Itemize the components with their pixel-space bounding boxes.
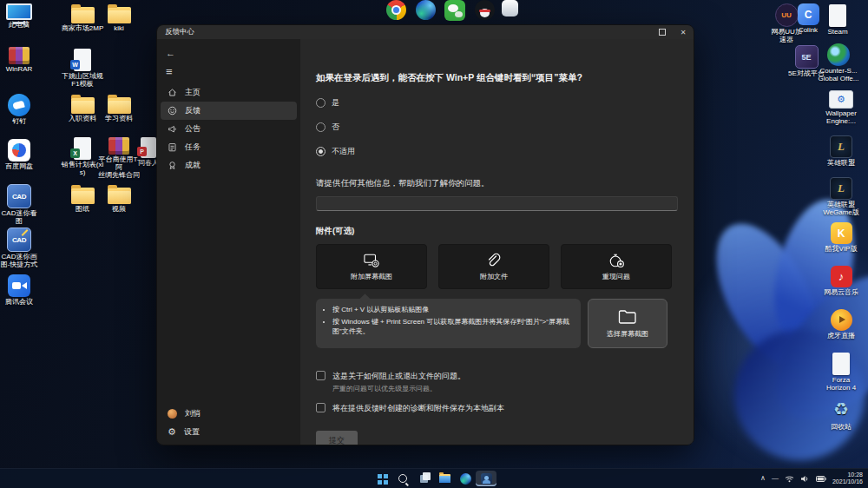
desktop-icon-label: Steam: [827, 28, 847, 36]
search-button[interactable]: [392, 471, 413, 486]
desktop-icon-label: 学习资料: [105, 115, 133, 122]
sidebar-item-announcements[interactable]: 公告: [161, 120, 297, 138]
desktop-icon-netease-music[interactable]: ♪ 网易云音乐: [818, 266, 865, 296]
attach-screenshot-button[interactable]: 附加屏幕截图: [316, 244, 427, 289]
trophy-icon: [168, 161, 177, 170]
desktop-icon-lol[interactable]: L 英雄联盟: [818, 135, 865, 167]
ime-indicator[interactable]: —: [772, 475, 779, 482]
desktop-icon-this-pc[interactable]: 此电脑: [0, 3, 43, 29]
desktop-icon-baidu-netdisk[interactable]: 百度网盘: [0, 139, 43, 170]
radio-icon[interactable]: [316, 98, 326, 108]
desktop-icon-folder-shipin[interactable]: 视频: [95, 184, 142, 213]
checkbox-icon[interactable]: [316, 371, 326, 380]
desktop-icon-tencent-meeting[interactable]: 腾讯会议: [0, 274, 43, 306]
task-view-icon: [420, 475, 428, 483]
back-icon[interactable]: ←: [166, 48, 300, 58]
volume-icon[interactable]: [800, 475, 810, 483]
clock-date: 2021/10/16: [832, 478, 863, 485]
details-input[interactable]: [316, 196, 678, 211]
desktop-icon-word-doc[interactable]: W 下姚山区域规 F1模板: [59, 49, 106, 88]
desktop-icon-label: Forza Horizon 4: [826, 376, 856, 392]
window-titlebar[interactable]: 反馈中心 ✕: [157, 25, 694, 39]
sidebar-item-quests[interactable]: 任务: [161, 138, 297, 156]
clock-time: 10:28: [832, 472, 863, 478]
desktop-icon-cad-draw[interactable]: CAD CAD迷你画 图-快捷方式: [0, 228, 43, 268]
checkbox-blocking-issue[interactable]: 这是关于如何阻止或退出文件的问题。 严重的问题可以优先级显示问题。: [316, 371, 678, 393]
windows-logo-icon: [378, 474, 382, 478]
start-button[interactable]: [372, 471, 392, 486]
maximize-button[interactable]: [652, 25, 673, 39]
battery-icon[interactable]: [816, 476, 826, 482]
menu-icon[interactable]: ≡: [166, 65, 300, 78]
desktop-icon-label: 腾讯会议: [5, 298, 33, 306]
checklist-icon: [168, 142, 177, 152]
feedback-smiley-icon: [168, 106, 177, 115]
desktop-icon-huya-live[interactable]: 虎牙直播: [818, 309, 865, 340]
sidebar-profile[interactable]: 刘悄: [161, 405, 297, 423]
desktop-icon-glyph: ⚙: [829, 90, 853, 109]
checkbox-subtext: 严重的问题可以优先级显示问题。: [332, 384, 465, 393]
file-explorer-button[interactable]: [434, 471, 455, 486]
wifi-icon[interactable]: [785, 475, 794, 483]
desktop-icon-glyph: [108, 188, 131, 204]
window-title: 反馈中心: [157, 27, 652, 37]
desktop-icon-label: Wallpaper Engine:...: [825, 109, 857, 125]
record-timer-icon: [608, 253, 625, 268]
maximize-icon: [659, 29, 666, 36]
desktop-icon-forza-horizon-4[interactable]: Forza Horizon 4: [818, 353, 865, 392]
radio-option-na[interactable]: 不适用: [316, 146, 678, 157]
radio-icon-selected[interactable]: [316, 147, 326, 156]
desktop-icon-glyph: [831, 309, 852, 331]
clock[interactable]: 10:28 2021/10/16: [832, 472, 863, 485]
taskbar: ∧ — 10:28 2021/10/16: [0, 468, 868, 488]
submit-button[interactable]: 提交: [316, 431, 358, 445]
desktop-icon-cad-viewer[interactable]: CAD CAD迷你看 图: [0, 184, 43, 225]
desktop-icon-glyph: K: [831, 222, 852, 244]
desktop-icon-label: 虎牙直播: [827, 332, 855, 340]
desktop-icon-folder-kiki[interactable]: kiki: [95, 3, 142, 32]
desktop-icon-glyph: [832, 353, 850, 375]
edge-button[interactable]: [455, 471, 476, 486]
sidebar-item-feedback[interactable]: 反馈: [161, 102, 297, 120]
desktop-icon-tim[interactable]: [486, 0, 533, 17]
desktop-icon-glyph: [8, 274, 30, 297]
sidebar-item-achievements[interactable]: 成就: [161, 156, 297, 175]
recreate-problem-button[interactable]: 重现问题: [561, 244, 672, 289]
edge-icon: [460, 473, 471, 485]
desktop-icon-label: 钉钉: [12, 117, 26, 125]
radio-icon[interactable]: [316, 122, 326, 132]
sidebar-item-settings[interactable]: ⚙ 设置: [161, 423, 297, 441]
desktop-icon-folder-xuexi[interactable]: 学习资料: [95, 94, 142, 122]
feedback-hub-taskbar-button[interactable]: [476, 471, 496, 486]
desktop-icon-wallpaper-engine[interactable]: ⚙ Wallpaper Engine:...: [818, 90, 865, 125]
sidebar-item-home[interactable]: 主页: [161, 83, 297, 102]
radio-option-no[interactable]: 否: [316, 122, 678, 133]
checkbox-icon[interactable]: [316, 403, 326, 412]
desktop-icon-kuwo-music[interactable]: K 酷我VIP版: [818, 222, 865, 253]
desktop-icon-glyph: L: [830, 135, 852, 158]
choose-screenshot-button[interactable]: 选择屏幕截图: [588, 299, 667, 348]
desktop-icon-winrar[interactable]: WinRAR: [0, 47, 43, 73]
desktop-icon-label: 百度网盘: [5, 162, 33, 170]
radio-option-yes[interactable]: 是: [316, 97, 678, 109]
desktop-icon-lol-wegame[interactable]: L 英雄联盟 WeGame版: [818, 177, 865, 216]
desktop-icon-recycle-bin[interactable]: ♻ 回收站: [818, 396, 865, 431]
attach-file-button[interactable]: 附加文件: [438, 244, 549, 289]
desktop-icon-glyph: [71, 7, 95, 23]
desktop-icon-label: 网易云音乐: [824, 288, 858, 296]
home-icon: [168, 88, 177, 97]
desktop-icon-label: 入职资料: [69, 115, 96, 122]
hidden-icons-chevron[interactable]: ∧: [760, 475, 766, 482]
desktop-icon-glyph: P: [141, 137, 156, 158]
desktop-icon-steam[interactable]: Steam: [814, 4, 861, 36]
desktop-icon-dingtalk[interactable]: 钉钉: [0, 94, 43, 125]
paperclip-icon: [486, 253, 502, 268]
desktop-icon-glyph: [827, 43, 850, 66]
avatar: [168, 409, 177, 419]
close-button[interactable]: ✕: [673, 25, 694, 39]
checkbox-save-local-copy[interactable]: 将在提供反馈时创建的诊断和附件保存为本地副本: [316, 403, 678, 413]
gear-icon: ⚙: [168, 427, 176, 437]
task-view-button[interactable]: [413, 471, 434, 486]
desktop-icon-glyph: ♻: [833, 396, 849, 422]
desktop-icon-csgo[interactable]: Counter-S... Global Offe...: [815, 43, 862, 82]
